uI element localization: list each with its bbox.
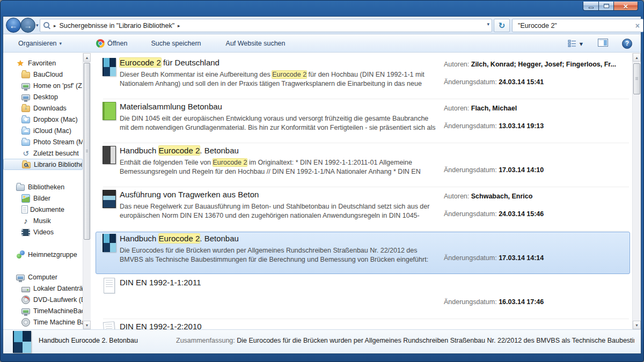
breadcrumb[interactable]: Suchergebnisse in "Librario Bibliothek" xyxy=(60,22,175,29)
preview-pane-button[interactable] xyxy=(598,39,608,48)
sidebar-item-musik[interactable]: ♪Musik xyxy=(3,215,83,226)
book-cover-thumbnail xyxy=(103,146,116,164)
sidebar-item-baucloud[interactable]: BauCloud xyxy=(3,69,83,80)
sidebar-item-time-machine[interactable]: Time Machine Ba xyxy=(3,316,83,328)
save-search-button[interactable]: Suche speichern xyxy=(147,38,205,49)
sidebar-item-videos[interactable]: Videos xyxy=(3,226,83,238)
sidebar-item-dokumente[interactable]: Dokumente xyxy=(3,204,83,215)
address-dropdown-icon[interactable]: ▾ xyxy=(487,21,489,27)
sidebar-item-dropbox[interactable]: ◆Dropbox (Mac) xyxy=(3,114,83,125)
navigation-bar: ← → ▾ ▸ Suchergebnisse in "Librario Bibl… xyxy=(3,17,641,34)
organize-button[interactable]: Organisieren ▾ xyxy=(14,38,66,49)
authors-label: Autoren: xyxy=(444,105,469,112)
search-website-label: Auf Website suchen xyxy=(226,40,286,47)
sidebar-item-bilder[interactable]: Bilder xyxy=(3,193,83,204)
sidebar-item-librario-bibliothek[interactable]: Librario Bibliothe xyxy=(3,159,83,170)
sidebar-scrollbar[interactable]: ▲ ▼ xyxy=(83,53,91,329)
label: Lokaler Datenträg xyxy=(33,285,83,292)
selected-item-summary: Zusammenfassung: Die Eurocodes für die B… xyxy=(176,337,634,344)
scroll-up-icon[interactable]: ▲ xyxy=(633,53,641,62)
sidebar-item-computer[interactable]: Computer xyxy=(3,271,83,283)
address-bar[interactable]: ▸ Suchergebnisse in "Librario Bibliothek… xyxy=(40,19,492,32)
modified-label: Änderungsdatum: xyxy=(444,254,497,262)
details-pane: Handbuch Eurocode 2. Betonbau Zusammenfa… xyxy=(3,329,641,353)
sidebar-item-bibliotheken[interactable]: Bibliotheken xyxy=(3,181,83,193)
scroll-up-icon[interactable]: ▲ xyxy=(83,53,91,62)
result-row[interactable]: Ausführung von Tragwerken aus Beton Das … xyxy=(94,187,632,231)
sidebar-item-photostream[interactable]: ✳Photo Stream (M xyxy=(3,136,83,147)
open-label: Öffnen xyxy=(107,40,127,47)
modified-label: Änderungsdatum: xyxy=(444,78,497,86)
modified-label: Änderungsdatum: xyxy=(444,166,497,174)
result-row[interactable]: DIN EN 1992-1-2:2010 xyxy=(94,319,632,329)
chevron-down-icon: ▾ xyxy=(580,40,583,48)
result-row[interactable]: Handbuch Eurocode 2. Betonbau Enthält di… xyxy=(94,143,632,187)
sidebar-item-timemachinebackup[interactable]: TimeMachineBac xyxy=(3,305,83,316)
maximize-button[interactable] xyxy=(598,2,613,11)
authors-value: Schwabach, Enrico xyxy=(471,193,533,200)
label: TimeMachineBac xyxy=(33,307,83,315)
scroll-down-icon[interactable]: ▼ xyxy=(83,321,91,329)
result-description: Die DIN 1045 eilt der europäischen Entwi… xyxy=(120,114,437,133)
close-button[interactable]: × xyxy=(613,2,638,11)
result-row-selected[interactable]: Handbuch Eurocode 2. Betonbau Die Euroco… xyxy=(94,231,632,275)
result-row[interactable]: Materialsammlung Betonbau Die DIN 1045 e… xyxy=(94,99,632,143)
refresh-button[interactable]: ↻ xyxy=(494,19,510,32)
modified-value: 16.03.14 17:46 xyxy=(499,298,544,306)
result-title: Eurocode 2 für Deutschland xyxy=(120,58,219,67)
photostream-folder-icon: ✳ xyxy=(21,139,30,146)
back-button[interactable]: ← xyxy=(6,18,21,33)
sidebar-item-favoriten[interactable]: ★Favoriten xyxy=(3,57,83,69)
sidebar-item-dvd-laufwerk[interactable]: DVD-Laufwerk (D xyxy=(3,294,83,305)
clear-search-icon[interactable]: × xyxy=(635,21,640,30)
modified-value: 13.03.14 19:13 xyxy=(499,122,544,130)
label: Downloads xyxy=(33,105,67,112)
command-toolbar: Organisieren ▾ Öffnen Suche speichern Au… xyxy=(3,35,641,53)
modified-value: 17.03.14 14:10 xyxy=(499,166,544,174)
search-website-button[interactable]: Auf Website suchen xyxy=(222,38,290,49)
recent-places-icon: ↺ xyxy=(21,149,30,158)
music-icon: ♪ xyxy=(21,217,30,225)
window-controls: × xyxy=(583,2,638,11)
network-computer-icon xyxy=(21,308,30,314)
breadcrumb-arrow-icon[interactable]: ▸ xyxy=(178,23,180,28)
label: BauCloud xyxy=(33,71,63,78)
sidebar-scrollbar-thumb[interactable] xyxy=(84,63,90,240)
results-scrollbar[interactable]: ▲ ▼ xyxy=(632,53,641,329)
search-input[interactable] xyxy=(517,21,632,30)
sidebar-item-desktop[interactable]: Desktop xyxy=(3,91,83,102)
authors-value: Flach, Michael xyxy=(471,105,517,112)
open-button[interactable]: Öffnen xyxy=(92,37,131,50)
sidebar-item-lokaler-datentraeger[interactable]: Lokaler Datenträg xyxy=(3,283,83,294)
forward-icon: → xyxy=(24,21,32,30)
sidebar-item-heimnetzgruppe[interactable]: Heimnetzgruppe xyxy=(3,249,83,260)
search-folder-icon xyxy=(22,162,31,168)
sidebar-item-recent[interactable]: ↺Zuletzt besucht xyxy=(3,147,83,159)
content-area: ★Favoriten BauCloud Home on 'psf' (Z Des… xyxy=(3,53,641,329)
modified-value: 24.03.14 15:41 xyxy=(499,78,544,86)
scroll-down-icon[interactable]: ▼ xyxy=(633,321,641,329)
computer-icon xyxy=(16,275,25,280)
sidebar-gap xyxy=(3,238,83,249)
sidebar-item-icloud[interactable]: ☁iCloud (Mac) xyxy=(3,125,83,136)
search-box[interactable]: × xyxy=(512,19,643,32)
sidebar-item-home-psf[interactable]: Home on 'psf' (Z xyxy=(3,80,83,91)
help-icon: ? xyxy=(625,40,629,47)
history-dropdown-icon[interactable]: ▾ xyxy=(36,23,39,28)
help-button[interactable]: ? xyxy=(622,39,632,49)
book-cover-thumbnail xyxy=(103,58,116,76)
hard-drive-icon xyxy=(21,287,30,292)
authors-value: Zilch, Konrad; Hegger, Josef; Fingerloos… xyxy=(471,61,616,68)
forward-button[interactable]: → xyxy=(20,18,35,33)
breadcrumb-arrow-icon[interactable]: ▸ xyxy=(54,23,56,28)
authors-label: Autoren: xyxy=(444,193,469,200)
navigation-pane: ★Favoriten BauCloud Home on 'psf' (Z Des… xyxy=(3,53,83,329)
result-description: Die Eurocodes für die Brücken wurden per… xyxy=(120,246,437,265)
minimize-button[interactable] xyxy=(583,2,598,11)
change-view-button[interactable]: ▾ xyxy=(568,40,583,48)
result-row[interactable]: Eurocode 2 für Deutschland Dieser Beuth … xyxy=(94,55,632,99)
network-computer-icon xyxy=(21,83,30,89)
result-row[interactable]: DIN EN 1992-1-1:2011 Änderungsdatum: 16.… xyxy=(94,275,632,319)
results-scrollbar-thumb[interactable] xyxy=(633,63,640,94)
sidebar-item-downloads[interactable]: ↓Downloads xyxy=(3,102,83,114)
